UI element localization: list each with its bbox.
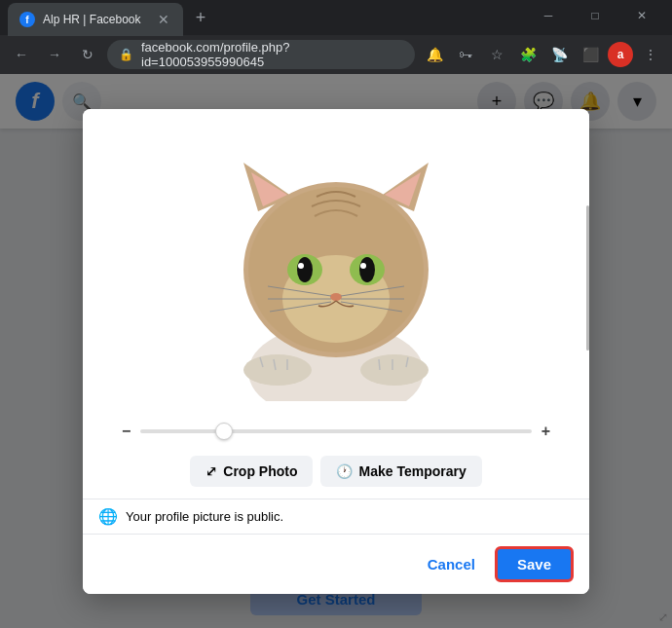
make-temporary-button[interactable]: 🕐 Make Temporary <box>320 456 481 487</box>
profile-photo-modal: − + ⤢ Crop Photo 🕐 Make Temporary 🌐 Your… <box>83 109 589 594</box>
active-tab[interactable]: f Alp HR | Facebook ✕ <box>8 3 183 36</box>
tab-favicon: f <box>19 12 35 27</box>
svg-line-26 <box>379 359 380 370</box>
url-text: facebook.com/profile.php?id=100053955990… <box>141 40 403 69</box>
toolbar-icons: 🔔 🗝 ☆ 🧩 📡 ⬛ a ⋮ <box>421 41 664 68</box>
notifications-icon[interactable]: 🔔 <box>421 41 448 68</box>
action-buttons-row: ⤢ Crop Photo 🕐 Make Temporary <box>83 452 589 499</box>
svg-point-25 <box>360 354 429 386</box>
svg-point-21 <box>243 354 312 386</box>
cat-image <box>190 119 482 401</box>
title-bar: f Alp HR | Facebook ✕ + ─ □ ✕ <box>0 0 672 35</box>
minimize-button[interactable]: ─ <box>526 0 571 33</box>
star-icon[interactable]: ☆ <box>483 41 510 68</box>
zoom-minus-button[interactable]: − <box>122 423 131 440</box>
svg-point-14 <box>330 293 342 301</box>
address-bar-row: ← → ↻ 🔒 facebook.com/profile.php?id=1000… <box>0 35 672 74</box>
back-button[interactable]: ← <box>8 41 35 68</box>
address-box[interactable]: 🔒 facebook.com/profile.php?id=1000539559… <box>107 40 415 69</box>
forward-button[interactable]: → <box>41 41 68 68</box>
modal-footer: Cancel Save <box>83 534 589 594</box>
crop-photo-button[interactable]: ⤢ Crop Photo <box>190 456 313 487</box>
extensions-icon[interactable]: 🧩 <box>514 41 541 68</box>
privacy-text: Your profile picture is public. <box>126 509 283 524</box>
tab-title: Alp HR | Facebook <box>43 13 148 26</box>
tab-close-button[interactable]: ✕ <box>156 12 171 27</box>
new-tab-button[interactable]: + <box>187 4 214 31</box>
zoom-plus-button[interactable]: + <box>541 423 550 440</box>
privacy-row: 🌐 Your profile picture is public. <box>83 499 589 534</box>
cancel-button[interactable]: Cancel <box>416 548 487 580</box>
crop-icon: ⤢ <box>205 463 217 479</box>
lock-icon: 🔒 <box>119 48 133 61</box>
cast-icon[interactable]: 📡 <box>545 41 573 68</box>
svg-point-10 <box>298 263 304 269</box>
zoom-slider[interactable] <box>140 429 531 433</box>
tab-search-icon[interactable]: ⬛ <box>577 41 604 68</box>
menu-icon[interactable]: ⋮ <box>637 41 664 68</box>
globe-icon: 🌐 <box>98 507 118 526</box>
profile-avatar[interactable]: a <box>608 42 633 67</box>
key-icon[interactable]: 🗝 <box>452 41 479 68</box>
save-button[interactable]: Save <box>495 546 574 582</box>
window-controls: ─ □ ✕ <box>526 0 664 35</box>
modal-overlay: − + ⤢ Crop Photo 🕐 Make Temporary 🌐 Your… <box>0 74 672 628</box>
clock-icon: 🕐 <box>336 463 353 479</box>
svg-point-12 <box>359 257 375 282</box>
browser-chrome: f Alp HR | Facebook ✕ + ─ □ ✕ ← → ↻ 🔒 fa… <box>0 0 672 74</box>
scroll-indicator <box>586 205 589 351</box>
zoom-area: − + <box>83 411 589 452</box>
photo-preview-area <box>83 109 589 411</box>
restore-button[interactable]: □ <box>573 0 617 33</box>
close-button[interactable]: ✕ <box>619 0 664 33</box>
refresh-button[interactable]: ↻ <box>74 41 101 68</box>
svg-point-9 <box>297 257 313 282</box>
cat-image-container <box>83 109 589 411</box>
facebook-page: f 🔍 + 💬 🔔 ▾ Get Started ⤢ <box>0 74 672 628</box>
svg-point-13 <box>360 263 366 269</box>
